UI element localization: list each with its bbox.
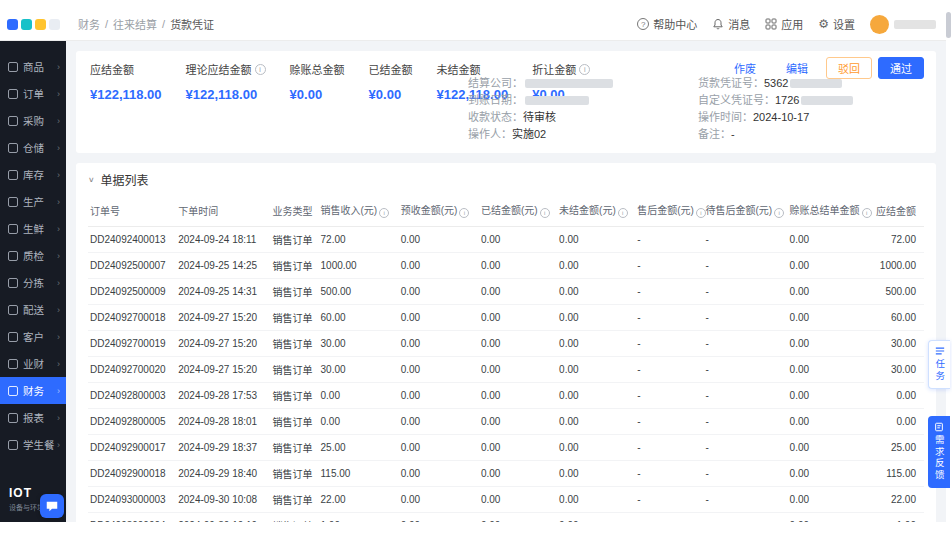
metric-label: 理论应结金额i — [186, 61, 266, 77]
detail-row: 收款状态：待审核 — [468, 111, 664, 124]
sidebar-menu: 商品›订单›采购›仓储›库存›生产›生鲜›质检›分拣›配送›客户›业财›财务›报… — [0, 53, 66, 458]
table-cell: 72.00 — [319, 227, 399, 253]
collapse-caret-icon: ∨ — [88, 176, 95, 184]
sidebar-item-7[interactable]: 质检› — [0, 242, 66, 269]
edit-button[interactable]: 编辑 — [774, 57, 820, 79]
task-panel-tab[interactable]: 任务 — [928, 340, 950, 389]
column-header[interactable]: 售后金额(元)i — [635, 194, 703, 227]
logo-square — [35, 19, 46, 30]
sidebar-item-14[interactable]: 学生餐› — [0, 431, 66, 458]
section-title-row[interactable]: ∨ 单据列表 — [88, 171, 924, 188]
menu-icon — [8, 89, 18, 99]
table-cell: - — [703, 357, 787, 383]
table-row[interactable]: DD240925000092024-09-25 14:31销售订单500.000… — [88, 279, 924, 305]
topbar-right: ? 帮助中心 消息 应用 ⚙ 设置 — [637, 15, 946, 34]
detail-label: 货款凭证号： — [698, 77, 764, 90]
table-cell: DD24092700018 — [88, 305, 176, 331]
feedback-tab[interactable]: 需求反馈 — [928, 416, 950, 488]
chat-button[interactable] — [40, 494, 64, 518]
sidebar-item-6[interactable]: 生鲜› — [0, 215, 66, 242]
table-cell: DD24093000003 — [88, 487, 176, 513]
table-cell: 0.00 — [557, 409, 635, 435]
table-row[interactable]: DD240928000052024-09-28 18:01销售订单0.000.0… — [88, 409, 924, 435]
column-header[interactable]: 业务类型 — [270, 194, 318, 227]
bell-icon — [712, 18, 724, 30]
table-row[interactable]: DD240924000132024-09-24 18:11销售订单72.000.… — [88, 227, 924, 253]
column-header[interactable]: 应结金额 — [872, 194, 924, 227]
column-header[interactable]: 预收金额(元)i — [399, 194, 479, 227]
detail-value: 实施02 — [512, 128, 546, 141]
column-header[interactable]: 未结金额(元)i — [557, 194, 635, 227]
column-header[interactable]: 待售后金额(元)i — [703, 194, 787, 227]
metric-value: ¥122,118.00 — [90, 87, 162, 102]
column-header[interactable]: 已结金额(元)i — [479, 194, 557, 227]
column-header[interactable]: 下单时间 — [176, 194, 270, 227]
breadcrumb-item[interactable]: 往来结算 — [113, 16, 157, 32]
table-cell: 0.00 — [479, 461, 557, 487]
breadcrumb-item[interactable]: 财务 — [78, 16, 100, 32]
table-row[interactable]: DD240930000042024-09-30 10:19销售订单1.000.0… — [88, 513, 924, 523]
sidebar-item-4[interactable]: 库存› — [0, 161, 66, 188]
table-cell: DD24093000004 — [88, 513, 176, 523]
settings-button[interactable]: ⚙ 设置 — [818, 16, 855, 32]
summary-metric: 应结金额¥122,118.00 — [90, 61, 162, 102]
table-cell: - — [635, 409, 703, 435]
detail-row: 操作时间：2024-10-17 — [698, 111, 853, 124]
sidebar-item-2[interactable]: 采购› — [0, 107, 66, 134]
info-icon: i — [255, 64, 266, 75]
table-row[interactable]: DD240927000192024-09-27 15:20销售订单30.000.… — [88, 331, 924, 357]
help-center-button[interactable]: ? 帮助中心 — [637, 16, 697, 32]
table-cell: DD24092400013 — [88, 227, 176, 253]
sidebar-item-11[interactable]: 业财› — [0, 350, 66, 377]
sidebar-item-5[interactable]: 生产› — [0, 188, 66, 215]
scrollbar-thumb[interactable] — [946, 12, 951, 38]
detail-value: 待审核 — [523, 111, 556, 124]
column-header[interactable]: 赊账总结单金额i — [788, 194, 872, 227]
sidebar: 商品›订单›采购›仓储›库存›生产›生鲜›质检›分拣›配送›客户›业财›财务›报… — [0, 41, 66, 522]
column-header[interactable]: 销售收入(元)i — [319, 194, 399, 227]
detail-row: 操作人：实施02 — [468, 128, 664, 141]
column-header[interactable]: 订单号 — [88, 194, 176, 227]
table-cell: 0.00 — [872, 383, 924, 409]
approve-button[interactable]: 通过 — [878, 57, 924, 79]
table-row[interactable]: DD240928000032024-09-28 17:53销售订单0.000.0… — [88, 383, 924, 409]
menu-icon — [8, 440, 18, 450]
table-cell: 72.00 — [872, 227, 924, 253]
sidebar-item-0[interactable]: 商品› — [0, 53, 66, 80]
menu-icon — [8, 386, 18, 396]
table-row[interactable]: DD240930000032024-09-30 10:08销售订单22.000.… — [88, 487, 924, 513]
sidebar-item-10[interactable]: 客户› — [0, 323, 66, 350]
table-row[interactable]: DD240929000172024-09-29 18:37销售订单25.000.… — [88, 435, 924, 461]
messages-label: 消息 — [728, 16, 750, 32]
table-cell: 30.00 — [872, 331, 924, 357]
table-row[interactable]: DD240927000202024-09-27 15:20销售订单30.000.… — [88, 357, 924, 383]
sidebar-item-12[interactable]: 财务› — [0, 377, 66, 404]
sidebar-item-9[interactable]: 配送› — [0, 296, 66, 323]
table-cell: 0.00 — [557, 435, 635, 461]
table-row[interactable]: DD240927000182024-09-27 15:20销售订单60.000.… — [88, 305, 924, 331]
table-row[interactable]: DD240929000182024-09-29 18:40销售订单115.000… — [88, 461, 924, 487]
sidebar-item-3[interactable]: 仓储› — [0, 134, 66, 161]
table-cell: DD24092700019 — [88, 331, 176, 357]
messages-button[interactable]: 消息 — [712, 16, 750, 32]
void-button[interactable]: 作废 — [722, 57, 768, 79]
user-menu[interactable] — [870, 15, 936, 34]
sidebar-item-label: 配送 — [23, 302, 44, 317]
top-header: 财务/往来结算/货款凭证 ? 帮助中心 消息 应用 — [0, 8, 946, 41]
table-cell: 0.00 — [788, 253, 872, 279]
table-cell: 0.00 — [557, 227, 635, 253]
table-cell: 1000.00 — [872, 253, 924, 279]
table-cell: 1.00 — [319, 513, 399, 523]
sidebar-item-8[interactable]: 分拣› — [0, 269, 66, 296]
table-cell: - — [635, 435, 703, 461]
reject-button[interactable]: 驳回 — [826, 57, 872, 79]
sidebar-item-1[interactable]: 订单› — [0, 80, 66, 107]
table-cell: 0.00 — [399, 461, 479, 487]
sidebar-item-13[interactable]: 报表› — [0, 404, 66, 431]
menu-icon — [8, 143, 18, 153]
apps-button[interactable]: 应用 — [765, 16, 803, 32]
table-cell: 销售订单 — [270, 487, 318, 513]
redacted-value — [790, 79, 842, 88]
table-row[interactable]: DD240925000072024-09-25 14:25销售订单1000.00… — [88, 253, 924, 279]
table-cell: 1000.00 — [319, 253, 399, 279]
